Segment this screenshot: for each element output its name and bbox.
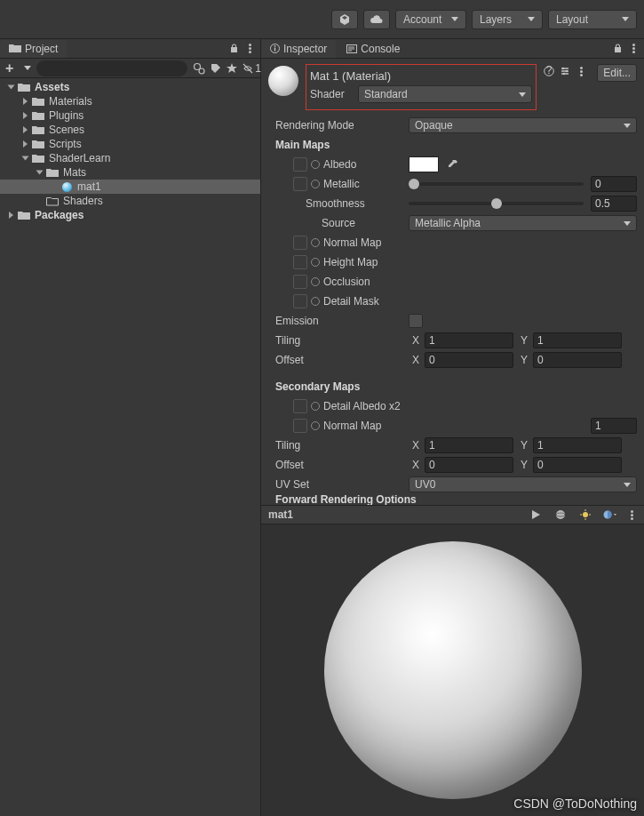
project-panel: Project + 11 Assets Materials Plugins Sc… [0,39,261,816]
expand-icon[interactable] [23,112,28,119]
shader-dropdown[interactable]: Standard [358,85,532,103]
tree-scenes[interactable]: Scenes [0,123,260,137]
metallic-slider[interactable] [409,177,584,191]
console-tab[interactable]: Console [338,40,409,58]
detail-albedo-slot[interactable] [293,399,307,413]
expand-icon[interactable] [23,140,28,148]
edit-button[interactable]: Edit... [597,64,637,82]
detailmask-texture-slot[interactable] [293,294,307,308]
offset-label: Offset [268,354,402,366]
tree-shaderlearn[interactable]: ShaderLearn [0,151,260,165]
uvset-label: UV Set [268,478,402,491]
cloud-icon[interactable] [363,10,390,29]
svg-point-22 [583,512,588,517]
tiling2-y-field[interactable] [533,437,622,453]
albedo-texture-slot[interactable] [293,157,307,172]
emission-label: Emission [268,315,402,327]
object-picker-icon[interactable] [311,238,320,247]
layout-dropdown[interactable]: Layout [548,10,637,29]
expand-icon[interactable] [9,212,13,219]
folder-icon [32,124,44,135]
tree-plugins[interactable]: Plugins [0,108,260,123]
lock-icon[interactable] [612,44,623,54]
metallic-texture-slot[interactable] [293,177,307,191]
rendering-mode-dropdown[interactable]: Opaque [409,117,637,133]
search-by-type-icon[interactable] [193,62,205,75]
tree-mat1[interactable]: mat1 [0,180,260,194]
context-menu-icon[interactable] [576,66,586,76]
tiling2-x-field[interactable] [425,437,513,453]
material-icon [60,181,73,192]
tree-packages[interactable]: Packages [0,208,260,222]
account-dropdown[interactable]: Account [395,10,466,29]
metallic-field[interactable] [591,176,637,192]
expand-icon[interactable] [23,126,28,133]
object-picker-icon[interactable] [311,258,320,267]
project-tab[interactable]: Project [0,40,67,58]
object-picker-icon[interactable] [311,180,320,188]
context-menu-icon[interactable] [628,44,639,54]
source-dropdown[interactable]: Metallic Alpha [409,215,637,231]
tiling-y-field[interactable] [533,332,622,348]
tiling-x-field[interactable] [425,332,513,348]
highlighted-region: Mat 1 (Material) Shader Standard [306,64,537,110]
expand-icon[interactable] [36,171,43,175]
object-picker-icon[interactable] [311,297,320,306]
tree-materials[interactable]: Materials [0,94,260,108]
favorite-star-icon[interactable] [227,63,237,74]
normalmap2-field[interactable] [591,418,637,434]
uvset-dropdown[interactable]: UV0 [409,476,637,492]
material-preview[interactable]: CSDN @ToDoNothing [261,524,644,816]
offset-y-field[interactable] [533,352,622,368]
heightmap-texture-slot[interactable] [293,255,307,269]
tree-mats[interactable]: Mats [0,165,260,180]
svg-point-19 [580,74,583,76]
svg-point-14 [562,68,565,70]
object-picker-icon[interactable] [311,421,320,430]
preview-header: mat1 [261,505,644,524]
package-manager-icon[interactable] [331,10,358,29]
material-name: Mat 1 (Material) [310,67,532,84]
search-by-label-icon[interactable] [211,63,221,74]
svg-point-28 [631,510,633,513]
occlusion-texture-slot[interactable] [293,275,307,289]
tree-scripts[interactable]: Scripts [0,137,260,151]
env-dropdown-icon[interactable] [601,507,619,523]
tree-assets[interactable]: Assets [0,80,260,94]
normalmap2-slot[interactable] [293,419,307,433]
eyedropper-icon[interactable] [446,157,460,172]
object-picker-icon[interactable] [311,277,320,286]
lock-icon[interactable] [228,44,239,54]
object-picker-icon[interactable] [311,402,320,411]
presets-icon[interactable] [560,66,570,76]
svg-point-7 [274,45,276,47]
tree-shaders[interactable]: Shaders [0,194,260,208]
object-picker-icon[interactable] [311,160,320,169]
folder-icon [32,139,44,149]
smoothness-field[interactable] [591,196,637,212]
light-icon[interactable] [576,507,594,523]
offset2-x-field[interactable] [425,457,513,473]
search-input[interactable] [36,60,187,76]
dropdown-caret-icon [622,17,629,21]
offset2-y-field[interactable] [533,457,622,473]
console-icon [346,44,357,53]
offset-x-field[interactable] [425,352,513,368]
albedo-color[interactable] [409,156,439,172]
help-icon[interactable]: ? [544,66,554,76]
create-caret-icon [24,66,31,70]
expand-icon[interactable] [7,85,14,90]
context-menu-icon[interactable] [244,44,255,54]
preview-name: mat1 [268,508,293,521]
normalmap-texture-slot[interactable] [293,236,307,250]
expand-icon[interactable] [23,98,28,105]
create-button[interactable]: + [5,60,13,76]
context-menu-icon[interactable] [626,509,637,520]
sphere-shape-icon[interactable] [552,507,569,523]
smoothness-slider[interactable] [409,196,584,211]
layers-dropdown[interactable]: Layers [472,10,543,29]
emission-checkbox[interactable] [409,314,423,328]
inspector-tab[interactable]: Inspector [261,40,336,58]
expand-icon[interactable] [21,156,28,161]
play-icon[interactable] [527,507,545,523]
